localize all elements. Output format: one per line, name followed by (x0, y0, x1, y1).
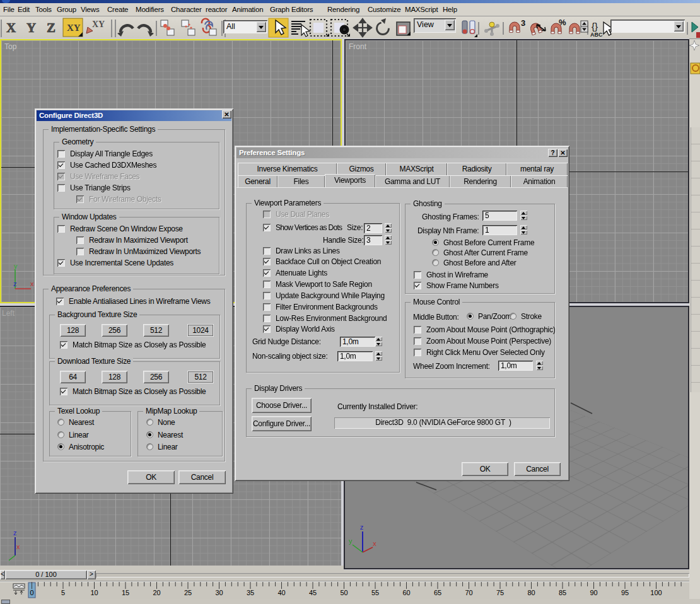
svg-text:z: z (13, 280, 17, 287)
svg-text:75: 75 (496, 589, 504, 596)
svg-text:X: X (6, 20, 16, 35)
svg-text:x: x (16, 543, 20, 550)
svg-text:0: 0 (30, 589, 33, 596)
svg-text:55: 55 (371, 589, 379, 596)
svg-text:3: 3 (521, 18, 525, 28)
svg-text:z: z (360, 523, 364, 531)
svg-text:x: x (30, 280, 34, 287)
svg-text:40: 40 (277, 589, 285, 596)
svg-text:XY: XY (67, 23, 81, 33)
svg-text:ABC: ABC (590, 32, 603, 38)
svg-text:65: 65 (434, 589, 441, 596)
svg-text:100: 100 (650, 589, 662, 596)
svg-text:%: % (559, 18, 566, 27)
svg-text:50: 50 (340, 589, 347, 596)
svg-text:25: 25 (184, 589, 192, 596)
svg-text:y: y (349, 537, 353, 545)
svg-text:Z: Z (47, 20, 55, 35)
svg-text:35: 35 (247, 589, 254, 596)
svg-text:80: 80 (527, 589, 535, 596)
svg-text:20: 20 (153, 589, 160, 596)
svg-text:y: y (14, 262, 18, 270)
svg-text:x: x (373, 540, 376, 547)
svg-text:15: 15 (122, 589, 129, 596)
svg-text:30: 30 (215, 589, 223, 596)
svg-text:85: 85 (559, 589, 566, 596)
svg-text:70: 70 (465, 589, 472, 596)
svg-text:Y: Y (26, 20, 36, 35)
svg-text:5: 5 (61, 589, 65, 596)
svg-text:90: 90 (590, 589, 597, 596)
svg-text:{}: {} (592, 21, 598, 32)
svg-text:45: 45 (309, 589, 317, 596)
svg-text:60: 60 (402, 589, 410, 596)
svg-text:10: 10 (90, 589, 98, 596)
svg-text:z: z (13, 529, 17, 537)
svg-text:XY: XY (92, 20, 105, 29)
svg-text:95: 95 (621, 589, 629, 596)
